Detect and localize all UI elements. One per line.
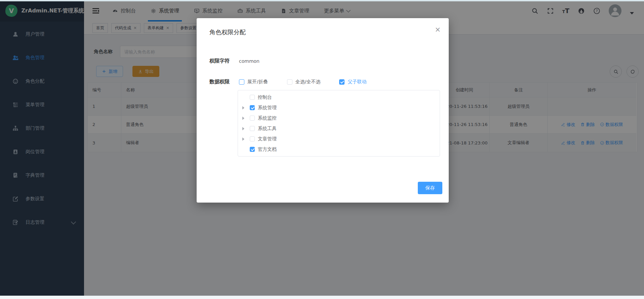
- checkbox-icon[interactable]: [250, 136, 255, 141]
- tree-node-monitor[interactable]: 系统监控: [238, 113, 440, 123]
- parent-child-link-checkbox[interactable]: 父子联动: [339, 79, 366, 85]
- save-button[interactable]: 保存: [418, 182, 442, 194]
- checkbox-icon[interactable]: [250, 116, 255, 121]
- menu-permission-tree: 控制台 系统管理 系统监控 系统工具 文章管理 官方文档: [238, 90, 440, 157]
- checkbox-icon: [239, 79, 244, 85]
- expand-collapse-checkbox[interactable]: 展开/折叠: [239, 79, 268, 85]
- tree-node-articles[interactable]: 文章管理: [238, 134, 440, 144]
- perm-char-label: 权限字符: [209, 58, 230, 64]
- checkbox-checked-icon: [339, 79, 345, 85]
- horizontal-scrollbar[interactable]: [0, 296, 644, 299]
- checkbox-icon[interactable]: [250, 95, 255, 100]
- expand-arrow-icon[interactable]: [242, 117, 250, 120]
- dialog-title: 角色权限分配: [209, 28, 246, 36]
- expand-arrow-icon[interactable]: [242, 137, 250, 141]
- checkbox-icon[interactable]: [250, 126, 255, 131]
- tree-node-tools[interactable]: 系统工具: [238, 123, 440, 134]
- expand-arrow-icon[interactable]: [242, 106, 250, 110]
- data-scope-label: 数据权限: [209, 79, 230, 85]
- role-permission-dialog: 角色权限分配 × 权限字符 common 数据权限 展开/折叠 全选/全不选 父…: [197, 18, 449, 203]
- close-icon[interactable]: ×: [435, 26, 441, 33]
- expand-arrow-icon[interactable]: [242, 127, 250, 130]
- select-all-checkbox[interactable]: 全选/全不选: [287, 79, 321, 85]
- top-edge-strip: [0, 0, 644, 1]
- checkbox-icon: [287, 79, 292, 85]
- checkbox-checked-icon[interactable]: [250, 147, 255, 152]
- tree-node-system[interactable]: 系统管理: [238, 102, 440, 113]
- checkbox-checked-icon[interactable]: [250, 105, 255, 110]
- perm-char-value: common: [239, 58, 259, 64]
- tree-node-docs[interactable]: 官方文档: [238, 144, 440, 155]
- tree-node-console[interactable]: 控制台: [238, 92, 440, 102]
